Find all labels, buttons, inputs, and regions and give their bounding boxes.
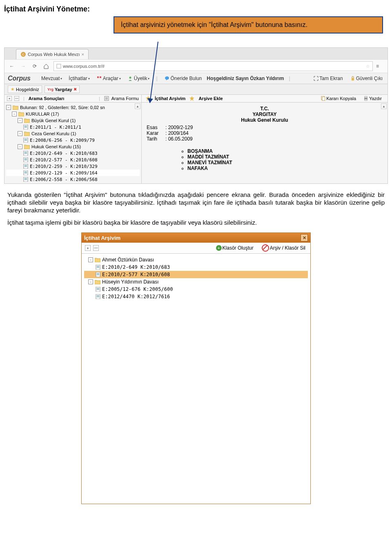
archive-add-button[interactable]: Arşive Ekle	[198, 96, 223, 101]
delete-button[interactable]: Arşiv / Klasör Sil	[260, 244, 307, 252]
speech-icon	[164, 76, 170, 81]
tree-leaf[interactable]: E:2008/6-256 - K:2009/79	[30, 138, 95, 143]
form-icon	[104, 96, 109, 101]
menu-araclar[interactable]: Araçlar▾	[95, 76, 122, 81]
court-line-2: YARGITAY	[147, 112, 383, 117]
archive-item[interactable]: E:2005/12-676 K:2005/600	[102, 286, 173, 292]
forward-icon[interactable]: →	[19, 62, 27, 70]
topic-list: BOŞANMA MADDİ TAZMİNAT MANEVİ TAZMİNAT N…	[171, 148, 383, 171]
close-icon[interactable]: ✖	[74, 87, 77, 92]
url-text: www.corpus.com.tr/#	[63, 64, 105, 69]
sub-tab-bar: ★ Hoşgeldiniz Yrg Yargıtay ✖	[4, 84, 388, 95]
tree-node[interactable]: KURULLAR (17)	[26, 112, 59, 116]
browser-toolbar: ← → ⟳ www.corpus.com.tr/# ☆ ≡	[4, 59, 388, 73]
tree-leaf[interactable]: E:2006/2-558 - K:2006/568	[30, 177, 98, 182]
svg-rect-7	[352, 78, 354, 80]
archive-item[interactable]: E:2010/2-649 K:2010/683	[102, 264, 170, 270]
suggest-button[interactable]: Öneride Bulun	[163, 76, 204, 81]
tree-leaf-selected[interactable]: E:2009/2-129 - K:2009/164	[30, 170, 98, 176]
svg-rect-40	[24, 177, 28, 182]
menu-mevzuat[interactable]: Mevzuat▾	[40, 76, 64, 81]
folder-label[interactable]: Hüseyin Yıldırımın Davası	[102, 279, 159, 285]
collapse-all-icon[interactable]	[93, 245, 99, 251]
svg-rect-69	[96, 294, 100, 299]
document-icon	[96, 287, 100, 292]
subtab-welcome[interactable]: ★ Hoşgeldiniz	[8, 85, 42, 93]
svg-rect-57	[96, 265, 100, 270]
archive-my-button[interactable]: İçtihat Arşivim	[155, 96, 185, 101]
collapse-icon[interactable]: −	[18, 118, 22, 123]
svg-text:+: +	[9, 97, 11, 100]
expand-all-icon[interactable]: +	[85, 245, 91, 251]
modal-titlebar: İçtihat Arşivim ✕	[82, 233, 310, 243]
collapse-icon[interactable]: −	[88, 279, 93, 284]
archive-modal: İçtihat Arşivim ✕ + + Klasör Oluştur Arş…	[81, 232, 311, 504]
svg-rect-47	[322, 97, 325, 100]
archive-item[interactable]: E:2012/4470 K:2012/7616	[102, 294, 170, 299]
tools-icon	[96, 76, 102, 81]
collapse-icon[interactable]: −	[6, 105, 11, 110]
user-icon	[127, 76, 133, 81]
reload-icon[interactable]: ⟳	[31, 62, 39, 70]
logout-button[interactable]: Güvenli Çıkı	[349, 76, 384, 81]
menu-icon[interactable]: ≡	[376, 63, 384, 69]
topic-item: MANEVİ TAZMİNAT	[187, 160, 383, 165]
print-button[interactable]: Yazdır	[362, 96, 383, 101]
folder-label[interactable]: Ahmet Öztürkün Davası	[102, 257, 154, 263]
svg-point-5	[129, 77, 131, 79]
folder-icon	[13, 105, 18, 110]
results-header: Arama Sonuçları	[29, 96, 64, 101]
tree-leaf[interactable]: E:2010/2-649 - K:2010/683	[30, 151, 98, 156]
tree-leaf[interactable]: E:2010/2-577 - K:2010/608	[30, 157, 98, 163]
tree-leaf[interactable]: E:2010/2-259 - K:2010/329	[30, 164, 98, 169]
star-icon	[189, 96, 194, 101]
menu-ictihatlar[interactable]: İçtihatlar▾	[67, 76, 91, 81]
home-icon[interactable]	[42, 62, 50, 70]
section-heading: İçtihat Arşivini Yönetme:	[4, 5, 388, 13]
new-folder-button[interactable]: + Klasör Oluştur	[214, 245, 255, 251]
scroll-up-icon[interactable]: ▲	[381, 103, 387, 109]
collapse-all-icon[interactable]	[14, 96, 19, 101]
star-icon: ★	[11, 87, 15, 92]
document-icon	[96, 294, 100, 299]
back-icon[interactable]: ←	[8, 62, 16, 70]
svg-rect-65	[96, 287, 100, 292]
folder-icon	[24, 144, 30, 149]
document-icon	[23, 125, 28, 130]
collapse-icon[interactable]: −	[12, 112, 17, 116]
yargitay-icon: Yrg	[47, 87, 53, 92]
address-bar[interactable]: www.corpus.com.tr/# ☆	[53, 61, 373, 71]
svg-marker-45	[189, 96, 194, 101]
copy-decision-button[interactable]: Kararı Kopyala	[319, 96, 358, 101]
explanation-paragraph-1: Yukarıda gösterilen "İçtihat Arşivim" bu…	[7, 191, 385, 214]
svg-point-6	[165, 76, 169, 80]
meta-value: : 06.05.2009	[165, 136, 193, 142]
scroll-up-icon[interactable]: ▲	[135, 103, 140, 109]
document-pane: İçtihat Arşivim Arşive Ekle Kararı Kopya…	[142, 95, 388, 183]
expand-all-icon[interactable]: +	[7, 96, 12, 101]
collapse-icon[interactable]: −	[18, 131, 22, 136]
svg-rect-3	[97, 76, 99, 78]
svg-rect-50	[365, 99, 367, 100]
search-form-link[interactable]: Arama Formu	[111, 96, 139, 101]
tree-node[interactable]: Büyük Genel Kurul (1)	[31, 118, 76, 123]
fullscreen-button[interactable]: Tam Ekran	[312, 76, 344, 81]
archive-item-selected[interactable]: E:2010/2-577 K:2010/608	[102, 272, 170, 277]
subtab-yargitay[interactable]: Yrg Yargıtay ✖	[45, 85, 80, 93]
tree-node[interactable]: Ceza Genel Kurulu (1)	[31, 131, 76, 136]
meta-label: Tarih	[147, 136, 163, 142]
menu-uyelik[interactable]: Üyelik▾	[126, 76, 151, 81]
collapse-icon[interactable]: −	[88, 257, 93, 262]
svg-rect-61	[96, 272, 100, 277]
close-icon[interactable]: ✕	[301, 234, 308, 241]
topic-item: BOŞANMA	[187, 148, 383, 154]
instruction-callout: İçtihat arşivinizi yönetmek için "İçtiha…	[114, 16, 383, 33]
svg-marker-44	[146, 96, 151, 101]
explanation-paragraph-2: İçtihat taşıma işlemi gibi bir klasörü b…	[7, 219, 385, 227]
bookmark-star-icon[interactable]: ☆	[366, 64, 370, 69]
collapse-icon[interactable]: −	[18, 144, 22, 149]
document-icon	[96, 272, 100, 277]
topic-item: NAFAKA	[187, 165, 383, 171]
tree-node[interactable]: Hukuk Genel Kurulu (15)	[31, 144, 81, 149]
tree-leaf[interactable]: E:2011/1 - K:2011/1	[30, 125, 81, 130]
